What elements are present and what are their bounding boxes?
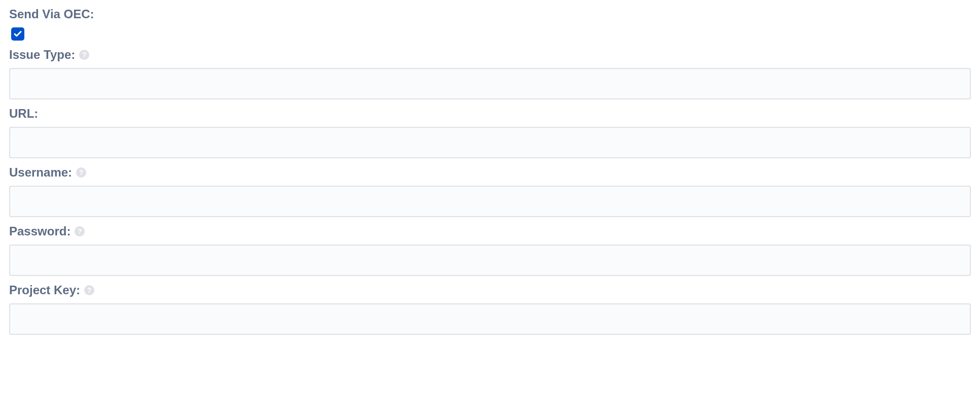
project-key-label: Project Key: ? — [9, 283, 971, 297]
password-input[interactable] — [9, 245, 971, 276]
label-text: Send Via OEC: — [9, 7, 94, 21]
url-label: URL: — [9, 107, 971, 121]
send-via-oec-checkbox[interactable] — [11, 27, 24, 41]
field-send-via-oec: Send Via OEC: — [9, 7, 971, 41]
issue-type-input[interactable] — [9, 68, 971, 99]
field-password: Password: ? — [9, 224, 971, 276]
field-url: URL: — [9, 107, 971, 158]
field-issue-type: Issue Type: ? — [9, 48, 971, 99]
checkbox-wrap — [9, 27, 971, 41]
help-icon[interactable]: ? — [79, 50, 89, 60]
label-text: URL: — [9, 107, 38, 121]
label-text: Issue Type: — [9, 48, 75, 62]
help-icon[interactable]: ? — [75, 226, 85, 236]
password-label: Password: ? — [9, 224, 971, 238]
username-input[interactable] — [9, 186, 971, 217]
username-label: Username: ? — [9, 165, 971, 180]
project-key-input[interactable] — [9, 303, 971, 335]
help-icon[interactable]: ? — [76, 167, 86, 178]
send-via-oec-label: Send Via OEC: — [9, 7, 971, 21]
field-project-key: Project Key: ? — [9, 283, 971, 335]
check-icon — [13, 29, 22, 39]
label-text: Project Key: — [9, 283, 80, 297]
issue-type-label: Issue Type: ? — [9, 48, 971, 62]
url-input[interactable] — [9, 127, 971, 158]
help-icon[interactable]: ? — [84, 285, 94, 295]
label-text: Username: — [9, 165, 72, 180]
field-username: Username: ? — [9, 165, 971, 217]
label-text: Password: — [9, 224, 71, 238]
